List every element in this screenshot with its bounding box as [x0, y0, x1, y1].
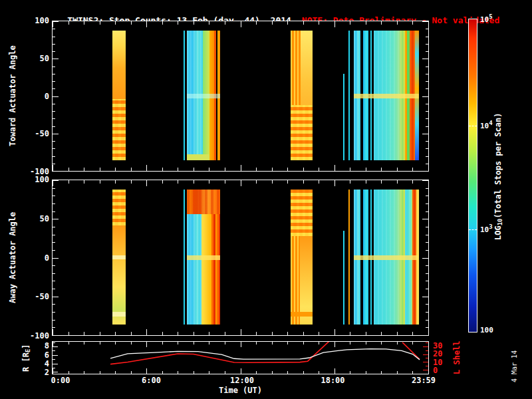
x-tick [225, 21, 225, 25]
y-tick-label: 0 [433, 366, 450, 375]
y-tick [53, 111, 55, 112]
x-tick [397, 332, 398, 335]
x-tick [428, 165, 429, 171]
x-tick [100, 180, 100, 184]
y-tick [53, 104, 55, 104]
x-tick [131, 180, 132, 184]
y-tick [426, 66, 428, 67]
spectrogram-band [187, 255, 220, 260]
spectrogram-band [211, 214, 220, 324]
x-tick [303, 21, 304, 25]
colorbar-tick-label: 104 [480, 120, 493, 130]
x-tick [225, 168, 225, 171]
colorbar-tick-label: 105 [480, 13, 493, 24]
x-tick [428, 368, 429, 374]
x-tick-label: 18:00 [321, 376, 344, 385]
y-tick [426, 196, 428, 196]
y-tick [53, 180, 59, 181]
x-tick [272, 371, 273, 374]
x-tick [209, 342, 209, 344]
x-tick [334, 180, 335, 186]
y-tick [53, 148, 55, 149]
y-tick [426, 265, 428, 266]
x-tick [84, 168, 84, 171]
x-tick [100, 342, 100, 344]
y-tick-label: 50 [27, 214, 49, 223]
y-tick [53, 219, 59, 219]
x-tick [68, 342, 69, 344]
x-tick [303, 180, 304, 184]
x-tick [131, 332, 132, 335]
y-tick-label: 6 [27, 350, 49, 360]
x-tick [287, 180, 288, 184]
y-tick [422, 258, 428, 259]
x-tick [287, 371, 288, 374]
x-tick-label: 0:00 [51, 376, 70, 385]
x-tick [366, 371, 366, 374]
x-tick [412, 21, 413, 25]
y-tick [53, 227, 55, 227]
x-tick [100, 21, 100, 25]
spectrogram-band [187, 94, 220, 98]
y-tick [53, 81, 55, 82]
spectrogram-band [112, 31, 126, 100]
x-tick [53, 180, 53, 186]
x-tick [115, 371, 116, 374]
spectrogram-band [300, 236, 313, 325]
x-tick [100, 168, 100, 171]
x-tick [68, 180, 69, 184]
x-tick [303, 371, 304, 374]
y-tick [53, 96, 59, 97]
l-tick [426, 358, 428, 358]
x-tick [366, 168, 366, 171]
y-tick [422, 21, 428, 22]
y-tick [422, 180, 428, 181]
x-tick [287, 342, 288, 344]
y-tick [422, 171, 428, 172]
x-tick [146, 180, 147, 186]
r-tick [53, 355, 58, 356]
y-tick [53, 118, 55, 119]
toward-y-tick-labels: 100500-50-100 [27, 21, 49, 172]
y-tick [426, 304, 428, 305]
y-tick [53, 66, 55, 67]
y-tick [426, 164, 428, 164]
y-tick [426, 250, 428, 251]
spectrogram-band [343, 74, 344, 161]
x-tick [381, 332, 382, 335]
away-y-tick-labels: 100500-50-100 [27, 180, 49, 336]
x-tick [178, 168, 178, 171]
l-tick [426, 350, 428, 351]
y-tick [53, 196, 55, 196]
x-tick [84, 332, 84, 335]
x-tick [146, 165, 147, 171]
y-tick [426, 141, 428, 142]
y-tick [53, 37, 55, 37]
x-tick [115, 21, 116, 25]
x-tick [100, 371, 100, 374]
x-tick [412, 371, 413, 374]
x-tick [115, 180, 116, 184]
x-tick [53, 165, 53, 171]
x-tick [225, 342, 225, 344]
y-tick [426, 188, 428, 189]
x-tick [84, 21, 84, 25]
y-tick [53, 273, 55, 274]
x-tick [241, 329, 241, 335]
r-tick [53, 350, 55, 351]
x-tick [209, 180, 209, 184]
x-tick [319, 342, 319, 344]
toward-spectrogram-panel [52, 21, 429, 172]
spectrogram-band [184, 190, 185, 325]
x-tick [53, 329, 53, 335]
x-tick [350, 332, 350, 335]
x-tick [53, 21, 53, 27]
spectrogram-band [184, 31, 185, 161]
x-tick [397, 371, 398, 374]
y-tick [426, 242, 428, 243]
y-tick [422, 219, 428, 219]
x-tick [350, 21, 350, 25]
x-tick [381, 371, 382, 374]
y-tick [426, 29, 428, 29]
x-tick [209, 332, 209, 335]
